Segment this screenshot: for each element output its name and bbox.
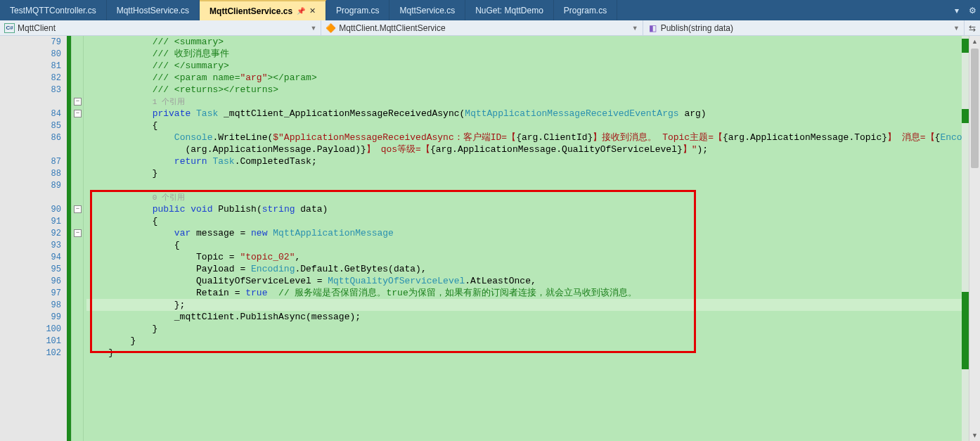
code-line[interactable]: { [86,239,980,251]
vertical-scrollbar[interactable]: ▲ ▼ [969,36,980,441]
code-line[interactable]: } [86,323,980,335]
tab-overflow-dropdown[interactable]: ▾ [949,0,965,20]
code-line[interactable] [86,179,980,191]
code-line[interactable]: _mqttClient.PublishAsync(message); [86,311,980,323]
code-line[interactable]: return Task.CompletedTask; [86,155,980,167]
code-line[interactable]: { [86,120,980,132]
code-line[interactable]: /// </summary> [86,60,980,72]
code-line[interactable]: public void Publish(string data) [86,203,980,215]
line-number-gutter: 7980818283848586878889909192939495969798… [14,36,67,441]
code-line[interactable]: Console.WriteLine($"ApplicationMessageRe… [86,132,980,143]
fold-toggle[interactable]: − [74,205,82,213]
code-line[interactable]: } [86,347,980,359]
scroll-down-arrow[interactable]: ▼ [969,430,980,441]
code-line[interactable]: (arg.ApplicationMessage.Payload)}】 qos等级… [86,143,980,155]
code-line[interactable]: }; [86,299,980,311]
code-line[interactable]: 1 个引用 [86,96,980,108]
class-icon: 🔶 [325,23,336,33]
csharp-icon: C# [4,23,15,33]
file-tab-bar: TestMQTTController.cs MqttHostService.cs… [0,0,980,20]
code-area[interactable]: /// <summary> /// 收到消息事件 /// </summary> … [84,36,980,441]
tab-program-2[interactable]: Program.cs [554,0,617,20]
scroll-up-arrow[interactable]: ▲ [969,36,980,47]
code-line[interactable]: /// <param name="arg"></param> [86,72,980,84]
fold-column[interactable]: −−−− [71,36,84,441]
code-line[interactable]: { [86,215,980,227]
code-line[interactable]: Topic = "topic_02", [86,251,980,263]
close-icon[interactable]: ✕ [309,6,316,15]
code-line[interactable]: 0 个引用 [86,191,980,203]
tab-program[interactable]: Program.cs [326,0,389,20]
tab-nuget[interactable]: NuGet: MqttDemo [465,0,554,20]
code-line[interactable]: /// <summary> [86,36,980,48]
code-line[interactable]: private Task _mqttClient_ApplicationMess… [86,108,980,120]
code-line[interactable]: QualityOfServiceLevel = MqttQualityOfSer… [86,275,980,287]
margin-indicator [0,36,14,441]
tab-mqttclientservice[interactable]: MqttClientService.cs📌✕ [200,0,326,20]
code-line[interactable]: } [86,167,980,179]
code-line[interactable]: Retain = true // 服务端是否保留消息。true为保留，如果有新的… [86,287,980,299]
navigation-bar: C# MqttClient ▼ 🔶 MqttClient.MqttClientS… [0,20,980,36]
scope-dropdown[interactable]: C# MqttClient ▼ [0,20,321,36]
code-line[interactable]: /// <returns></returns> [86,84,980,96]
class-dropdown[interactable]: 🔶 MqttClient.MqttClientService ▼ [321,20,643,36]
tab-mqtthostservice[interactable]: MqttHostService.cs [107,0,200,20]
settings-icon[interactable]: ⚙ [965,0,980,20]
chevron-down-icon: ▼ [953,25,960,32]
chevron-down-icon: ▼ [632,25,638,32]
code-line[interactable]: /// 收到消息事件 [86,48,980,60]
tab-mqttservice[interactable]: MqttService.cs [389,0,465,20]
pin-icon[interactable]: 📌 [297,7,305,15]
code-editor[interactable]: 7980818283848586878889909192939495969798… [0,36,980,441]
code-line[interactable]: Payload = Encoding.Default.GetBytes(data… [86,263,980,275]
code-line[interactable]: var message = new MqttApplicationMessage [86,227,980,239]
fold-toggle[interactable]: − [74,110,82,117]
fold-toggle[interactable]: − [74,98,82,106]
chevron-down-icon: ▼ [310,25,316,32]
split-view-button[interactable]: ⇆ [965,23,980,33]
scroll-thumb[interactable] [971,49,979,168]
method-icon: ◧ [647,23,658,33]
code-line[interactable]: } [86,335,980,347]
overview-margin [962,36,969,441]
member-dropdown[interactable]: ◧ Publish(string data) ▼ [643,20,965,36]
fold-toggle[interactable]: − [74,229,82,237]
tab-testmqttcontroller[interactable]: TestMQTTController.cs [0,0,107,20]
